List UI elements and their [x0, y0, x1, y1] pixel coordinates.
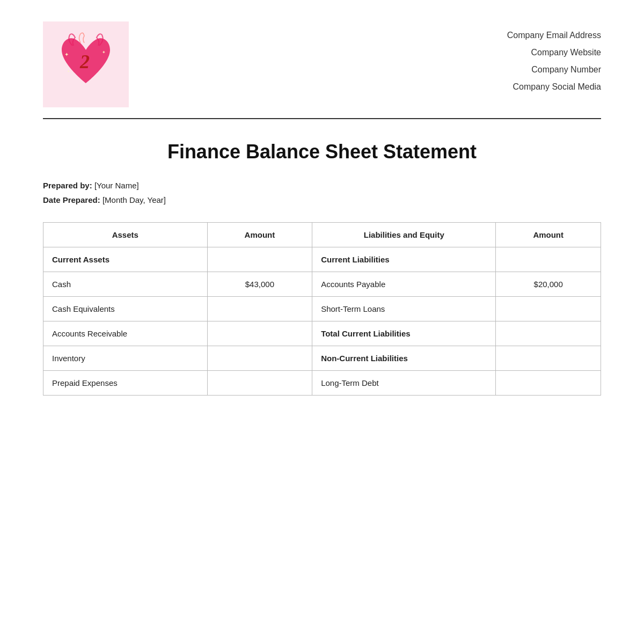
liability-cell-5: Long-Term Debt	[312, 371, 496, 396]
table-row: Cash $43,000 Accounts Payable $20,000	[43, 272, 601, 297]
liability-amount-cell-0	[496, 247, 601, 272]
company-email: Company Email Address	[507, 27, 601, 44]
asset-amount-cell-0	[207, 247, 312, 272]
header-amount-right: Amount	[496, 223, 601, 247]
asset-cell-1: Cash	[43, 272, 208, 297]
svg-text:✦: ✦	[67, 70, 70, 73]
date-row: Date Prepared: [Month Day, Year]	[43, 193, 601, 207]
asset-amount-cell-5	[207, 371, 312, 396]
liability-cell-1: Accounts Payable	[312, 272, 496, 297]
svg-text:✦: ✦	[102, 50, 106, 55]
liability-cell-4: Non-Current Liabilities	[312, 346, 496, 371]
liability-cell-0: Current Liabilities	[312, 247, 496, 272]
svg-text:✦: ✦	[64, 52, 69, 57]
prepared-by-row: Prepared by: [Your Name]	[43, 178, 601, 193]
asset-amount-cell-1: $43,000	[207, 272, 312, 297]
header-divider	[43, 118, 601, 119]
liability-amount-cell-3	[496, 321, 601, 346]
date-value: [Month Day, Year]	[103, 195, 166, 204]
table-row: Accounts Receivable Total Current Liabil…	[43, 321, 601, 346]
asset-amount-cell-4	[207, 346, 312, 371]
company-social-media: Company Social Media	[507, 78, 601, 96]
date-label: Date Prepared:	[43, 195, 100, 204]
company-website: Company Website	[507, 44, 601, 61]
table-row: Current Assets Current Liabilities	[43, 247, 601, 272]
company-info-block: Company Email Address Company Website Co…	[507, 27, 601, 96]
header-liabilities: Liabilities and Equity	[312, 223, 496, 247]
prepared-by-value: [Your Name]	[94, 181, 139, 190]
table-row: Prepaid Expenses Long-Term Debt	[43, 371, 601, 396]
balance-sheet-table: Assets Amount Liabilities and Equity Amo…	[43, 222, 601, 396]
svg-text:2: 2	[79, 51, 90, 72]
liability-amount-cell-1: $20,000	[496, 272, 601, 297]
table-header-row: Assets Amount Liabilities and Equity Amo…	[43, 223, 601, 247]
company-logo: ✦ ✦ ✦ 2	[43, 21, 129, 107]
document-meta: Prepared by: [Your Name] Date Prepared: …	[43, 178, 601, 207]
liability-amount-cell-5	[496, 371, 601, 396]
page-header: ✦ ✦ ✦ 2 Company Email Address Company We…	[43, 21, 601, 107]
asset-cell-4: Inventory	[43, 346, 208, 371]
liability-amount-cell-2	[496, 297, 601, 321]
asset-cell-2: Cash Equivalents	[43, 297, 208, 321]
header-amount-left: Amount	[207, 223, 312, 247]
asset-cell-0: Current Assets	[43, 247, 208, 272]
company-number: Company Number	[507, 61, 601, 78]
table-row: Cash Equivalents Short-Term Loans	[43, 297, 601, 321]
liability-cell-2: Short-Term Loans	[312, 297, 496, 321]
asset-amount-cell-2	[207, 297, 312, 321]
asset-amount-cell-3	[207, 321, 312, 346]
prepared-by-label: Prepared by:	[43, 181, 92, 190]
asset-cell-3: Accounts Receivable	[43, 321, 208, 346]
table-row: Inventory Non-Current Liabilities	[43, 346, 601, 371]
header-assets: Assets	[43, 223, 208, 247]
liability-cell-3: Total Current Liabilities	[312, 321, 496, 346]
liability-amount-cell-4	[496, 346, 601, 371]
document-title: Finance Balance Sheet Statement	[43, 141, 601, 163]
asset-cell-5: Prepaid Expenses	[43, 371, 208, 396]
